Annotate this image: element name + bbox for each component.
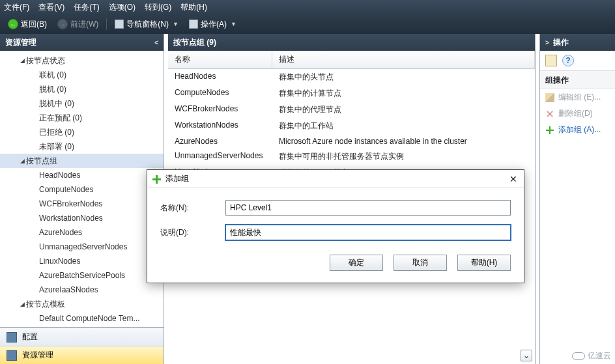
sidebar-title: 资源管理 bbox=[5, 37, 36, 48]
actions-panel: > 操作 ? 组操作 编辑组 (E)... 删除组(D) 添加组 (A)... bbox=[539, 34, 615, 364]
tree-template-item[interactable]: Default ComputeNode Tem... bbox=[0, 311, 164, 326]
tree-status-item[interactable]: 未部署 (0) bbox=[0, 139, 164, 154]
menu-view[interactable]: 查看(V) bbox=[38, 2, 64, 13]
table-row[interactable]: WCFBrokerNodes群集中的代理节点 bbox=[168, 102, 535, 118]
cancel-button[interactable]: 取消 bbox=[393, 255, 447, 271]
cell-desc: 群集中可用的非托管服务器节点实例 bbox=[272, 148, 535, 165]
actions-label: 操作(A) bbox=[201, 19, 227, 30]
actions-header: > 操作 bbox=[540, 34, 615, 51]
actions-title: 操作 bbox=[553, 37, 569, 48]
delete-icon bbox=[545, 109, 554, 119]
actions-icon bbox=[189, 20, 198, 29]
cell-name: WorkstationNodes bbox=[168, 118, 272, 134]
cell-name: UnmanagedServerNodes bbox=[168, 148, 272, 165]
watermark-text: 亿速云 bbox=[588, 350, 611, 361]
dropdown-toggle[interactable]: ⌄ bbox=[521, 350, 532, 361]
dialog-body: 名称(N): 说明(D): bbox=[147, 188, 524, 245]
collapse-right-icon[interactable]: > bbox=[545, 39, 549, 46]
table-row[interactable]: AzureNodesMicrosoft Azure node instances… bbox=[168, 134, 535, 148]
table-row[interactable]: HeadNodes群集中的头节点 bbox=[168, 69, 535, 85]
collapse-left-icon[interactable]: < bbox=[154, 39, 158, 46]
cell-desc: 群集中的工作站 bbox=[272, 118, 535, 134]
actions-section-title: 组操作 bbox=[540, 71, 615, 89]
tree-status-group[interactable]: ◢按节点状态 bbox=[0, 53, 164, 68]
nav-pane-button[interactable]: 导航窗格(N) ▼ bbox=[112, 18, 181, 31]
name-label: 名称(N): bbox=[160, 203, 219, 214]
grid-body: HeadNodes群集中的头节点 ComputeNodes群集中的计算节点 WC… bbox=[168, 69, 535, 181]
chevron-down-icon: ⌄ bbox=[523, 351, 530, 360]
menu-options[interactable]: 选项(O) bbox=[109, 2, 136, 13]
tree-status-item[interactable]: 正在预配 (0) bbox=[0, 111, 164, 125]
tree-group-item[interactable]: WorkstationNodes bbox=[0, 211, 164, 225]
app-root: 文件(F) 查看(V) 任务(T) 选项(O) 转到(G) 帮助(H) ← 返回… bbox=[0, 0, 615, 364]
tree-status-item[interactable]: 脱机中 (0) bbox=[0, 96, 164, 111]
sidebar-header: 资源管理 < bbox=[0, 34, 164, 51]
nav-resource[interactable]: 资源管理 bbox=[0, 346, 164, 364]
action-add-label: 添加组 (A)... bbox=[558, 124, 601, 135]
tree-group-item[interactable]: LinuxNodes bbox=[0, 254, 164, 268]
table-row[interactable]: UnmanagedServerNodes群集中可用的非托管服务器节点实例 bbox=[168, 148, 535, 165]
table-row[interactable]: WorkstationNodes群集中的工作站 bbox=[168, 118, 535, 134]
tree-template-group[interactable]: ◢按节点模板 bbox=[0, 297, 164, 311]
menu-goto[interactable]: 转到(G) bbox=[145, 2, 171, 13]
nav-pane-icon bbox=[115, 20, 124, 29]
back-button[interactable]: ← 返回(B) bbox=[5, 18, 50, 31]
action-delete-label: 删除组(D) bbox=[558, 108, 593, 119]
tree-group-group[interactable]: ◢按节点组 bbox=[0, 154, 164, 168]
action-edit-label: 编辑组 (E)... bbox=[558, 92, 601, 103]
nav-tree: ◢按节点状态 联机 (0) 脱机 (0) 脱机中 (0) 正在预配 (0) 已拒… bbox=[0, 51, 164, 327]
sidebar: 资源管理 < ◢按节点状态 联机 (0) 脱机 (0) 脱机中 (0) 正在预配… bbox=[0, 34, 164, 364]
col-desc[interactable]: 描述 bbox=[272, 51, 535, 68]
close-icon[interactable]: ✕ bbox=[507, 174, 520, 184]
menu-file[interactable]: 文件(F) bbox=[4, 2, 29, 13]
tree-group-item[interactable]: HeadNodes bbox=[0, 168, 164, 182]
cell-name: WCFBrokerNodes bbox=[168, 102, 272, 118]
tree-group-item[interactable]: AzureIaaSNodes bbox=[0, 283, 164, 297]
tree-status-item[interactable]: 已拒绝 (0) bbox=[0, 125, 164, 139]
back-label: 返回(B) bbox=[21, 19, 47, 30]
back-arrow-icon: ← bbox=[8, 19, 18, 29]
toolbar: ← 返回(B) → 前进(W) 导航窗格(N) ▼ 操作(A) ▼ bbox=[0, 14, 615, 34]
chevron-down-icon: ▼ bbox=[173, 21, 179, 27]
watermark: 亿速云 bbox=[572, 350, 611, 361]
table-row[interactable]: ComputeNodes群集中的计算节点 bbox=[168, 85, 535, 102]
tree-group-item[interactable]: WCFBrokerNodes bbox=[0, 197, 164, 211]
cell-name: ComputeNodes bbox=[168, 85, 272, 102]
action-edit-group: 编辑组 (E)... bbox=[540, 89, 615, 105]
add-group-dialog: 添加组 ✕ 名称(N): 说明(D): 确定 取消 帮助(H) bbox=[147, 169, 524, 283]
menu-task[interactable]: 任务(T) bbox=[74, 2, 99, 13]
col-name[interactable]: 名称 bbox=[168, 51, 272, 68]
nav-config[interactable]: 配置 bbox=[0, 328, 164, 346]
tree-group-item[interactable]: UnmanagedServerNodes bbox=[0, 240, 164, 254]
action-add-group[interactable]: 添加组 (A)... bbox=[540, 122, 615, 138]
actions-button[interactable]: 操作(A) ▼ bbox=[186, 18, 239, 31]
desc-input[interactable] bbox=[225, 225, 511, 240]
cloud-icon bbox=[572, 352, 585, 360]
tree-group-item[interactable]: AzureNodes bbox=[0, 225, 164, 240]
tree-group-item[interactable]: ComputeNodes bbox=[0, 182, 164, 197]
tree-group-item[interactable]: AzureBatchServicePools bbox=[0, 268, 164, 283]
forward-label: 前进(W) bbox=[70, 19, 98, 30]
help-icon[interactable]: ? bbox=[562, 55, 574, 66]
cell-desc: 群集中的代理节点 bbox=[272, 102, 535, 118]
forward-button: → 前进(W) bbox=[55, 18, 101, 31]
name-input[interactable] bbox=[225, 200, 511, 216]
plus-icon bbox=[545, 126, 554, 135]
tree-status-item[interactable]: 脱机 (0) bbox=[0, 82, 164, 96]
chevron-down-icon: ▼ bbox=[231, 21, 236, 27]
nav-pane-label: 导航窗格(N) bbox=[126, 19, 169, 30]
config-icon bbox=[7, 332, 17, 343]
actions-iconrow: ? bbox=[540, 51, 615, 71]
cell-desc: 群集中的计算节点 bbox=[272, 85, 535, 102]
plus-icon bbox=[151, 174, 162, 184]
dialog-titlebar[interactable]: 添加组 ✕ bbox=[147, 170, 524, 188]
clipboard-icon[interactable] bbox=[545, 55, 557, 66]
dialog-buttons: 确定 取消 帮助(H) bbox=[147, 245, 524, 283]
ok-button[interactable]: 确定 bbox=[330, 255, 383, 271]
resource-icon bbox=[7, 350, 17, 361]
help-button[interactable]: 帮助(H) bbox=[457, 255, 511, 271]
cell-desc: Microsoft Azure node instances available… bbox=[272, 134, 535, 148]
center-header: 按节点组 (9) bbox=[168, 34, 535, 51]
menu-help[interactable]: 帮助(H) bbox=[180, 2, 207, 13]
tree-status-item[interactable]: 联机 (0) bbox=[0, 68, 164, 82]
